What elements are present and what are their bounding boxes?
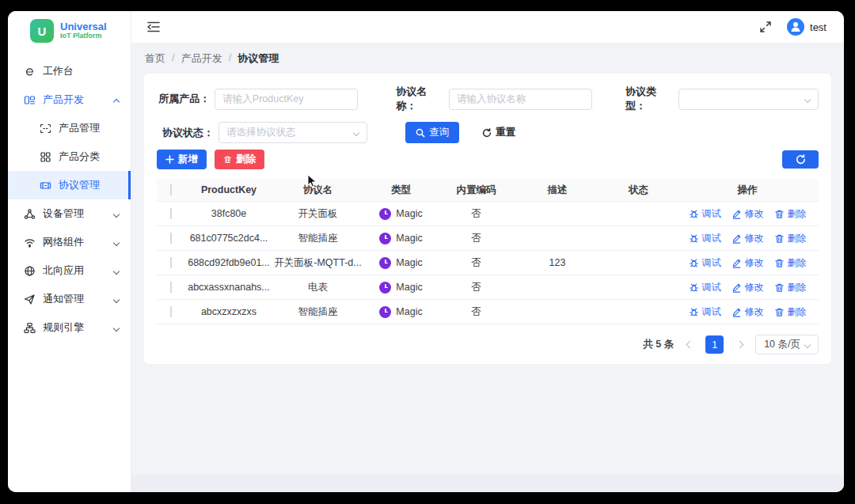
edit-action-label: 修改 [745,305,764,319]
brand-logo-icon: U [30,19,54,43]
breadcrumb-section[interactable]: 产品开发 [181,51,222,66]
sidebar-item-device-mgmt[interactable]: 设备管理 [8,199,131,228]
debug-action-label: 调试 [702,207,721,221]
edit-action[interactable]: 修改 [732,207,764,221]
delete-action[interactable]: 删除 [774,207,807,221]
search-button[interactable]: 查询 [405,122,459,143]
trash-icon [774,233,785,244]
sidebar-item-northbound[interactable]: 北向应用 [8,256,131,285]
debug-action-label: 调试 [702,305,721,319]
debug-action[interactable]: 调试 [689,232,721,245]
user-avatar-icon [787,18,804,36]
cell-type: Magic [363,257,439,269]
table-body: 38fc80e 开关面板 Magic 否 开 调试 修改 [157,202,819,324]
chevron-up-icon [113,97,120,103]
delete-action-label: 删除 [788,305,807,319]
fullscreen-icon[interactable] [758,20,773,34]
row-checkbox[interactable] [170,233,172,244]
bug-icon [689,282,699,293]
protocol-type-select[interactable] [678,89,819,110]
column-header-product-key: ProductKey [185,184,272,195]
footer-strip [131,475,844,492]
protocol-status-select[interactable]: 请选择协议状态 [218,122,367,143]
protocol-type-filter-label: 协议类型： [625,85,674,113]
row-checkbox[interactable] [170,208,172,219]
column-header-description: 描述 [514,184,601,197]
debug-action-label: 调试 [702,232,721,245]
delete-action[interactable]: 删除 [774,232,807,245]
sidebar-item-workbench[interactable]: 工作台 [8,57,131,85]
sidebar-collapse-icon[interactable] [146,21,162,33]
cell-builtin: 否 [439,256,514,270]
bug-icon [689,307,699,317]
debug-action-label: 调试 [702,281,721,294]
chevron-down-icon [113,239,120,245]
bug-icon [689,209,699,219]
debug-action-label: 调试 [702,256,721,270]
row-checkbox[interactable] [170,257,172,268]
sidebar-item-label: 设备管理 [43,207,84,221]
edit-action[interactable]: 修改 [732,256,764,270]
pencil-icon [732,282,742,293]
debug-action[interactable]: 调试 [689,305,721,319]
type-label: Magic [396,306,422,317]
debug-action[interactable]: 调试 [689,256,721,270]
page-size-select[interactable]: 10 条/页 [755,335,819,354]
delete-button[interactable]: 删除 [215,150,264,169]
cell-type: Magic [363,282,439,294]
select-all-checkbox[interactable] [170,184,172,195]
page-size-value: 10 条/页 [764,338,800,351]
protocol-name-input[interactable] [449,89,592,110]
column-header-actions: 操作 [676,184,819,197]
next-page-icon[interactable] [732,336,747,354]
sidebar-item-protocol-mgmt[interactable]: 协议管理 [8,171,131,199]
sidebar-item-notification[interactable]: 通知管理 [8,285,131,313]
bug-icon [689,233,699,244]
add-button[interactable]: 新增 [157,150,207,169]
delete-action-label: 删除 [788,232,807,245]
sidebar-item-network[interactable]: 网络组件 [8,228,131,256]
paper-plane-icon [24,294,36,305]
trash-icon [223,155,232,164]
cell-protocol-name: 开关面板-MQTT-d... [272,256,363,270]
edit-action-label: 修改 [745,281,764,294]
reset-button[interactable]: 重置 [472,122,526,143]
device-mgmt-icon [24,208,36,220]
sidebar-item-product-mgmt[interactable]: 产品管理 [8,114,131,142]
sidebar-item-rule-engine[interactable]: 规则引擎 [8,313,131,342]
clock-icon [379,233,391,244]
sidebar-item-product-category[interactable]: 产品分类 [8,142,131,171]
brand-subtitle: IoT Platform [60,32,107,40]
debug-action[interactable]: 调试 [689,207,721,221]
type-label: Magic [396,233,422,244]
page-number-button[interactable]: 1 [705,335,724,354]
pagination-total: 共 5 条 [643,338,674,351]
delete-action[interactable]: 删除 [774,256,807,270]
type-label: Magic [396,282,422,293]
sidebar-item-product-dev[interactable]: 产品开发 [8,85,131,114]
workbench-icon [24,66,36,78]
brand-title: Universal [60,21,107,32]
delete-action[interactable]: 删除 [774,305,807,319]
delete-action[interactable]: 删除 [774,281,807,294]
product-dev-icon [24,94,36,106]
brand-logo: U Universal IoT Platform [8,11,131,51]
edit-action[interactable]: 修改 [732,281,764,294]
edit-action[interactable]: 修改 [732,305,764,319]
prev-page-icon[interactable] [682,336,697,354]
user-menu[interactable]: test [787,18,826,36]
sidebar-item-label: 产品分类 [59,150,100,164]
reset-button-label: 重置 [496,126,515,139]
filter-panel: 所属产品： 协议名称： 协议类型： 协议状态： 请选择协议状态 [157,85,819,143]
product-key-input[interactable] [215,89,358,110]
pencil-icon [732,209,742,219]
row-checkbox[interactable] [170,282,172,293]
edit-action[interactable]: 修改 [732,232,764,245]
debug-action[interactable]: 调试 [689,281,721,294]
refresh-table-button[interactable] [782,150,819,169]
breadcrumb-home[interactable]: 首页 [145,51,165,66]
row-checkbox[interactable] [170,306,172,317]
add-button-label: 新增 [178,153,198,166]
search-icon [416,128,425,138]
cell-product-key: 38fc80e [185,208,272,219]
